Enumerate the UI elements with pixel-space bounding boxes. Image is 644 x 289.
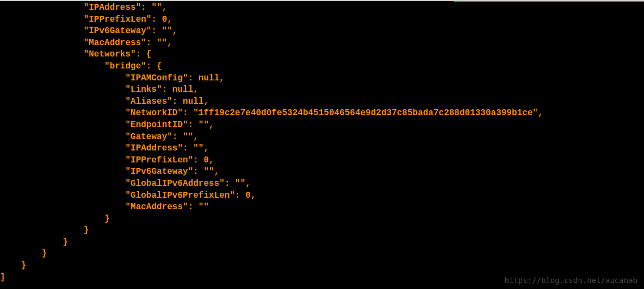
json-colon: : — [172, 97, 183, 106]
terminal-line: } — [0, 248, 644, 260]
json-trail: , — [251, 191, 256, 200]
json-key: "NetworkID" — [125, 108, 183, 118]
json-value: null — [172, 85, 193, 95]
json-key: "IPAddress" — [125, 143, 183, 153]
json-trail: , — [193, 85, 199, 95]
terminal-line: } — [0, 225, 644, 237]
json-key: "Networks" — [84, 49, 136, 59]
json-value: } — [42, 249, 47, 259]
json-colon: : — [151, 26, 162, 36]
json-trail: , — [209, 120, 214, 130]
terminal-line: "IPPrefixLen": 0, — [0, 155, 644, 167]
json-value: null — [183, 97, 203, 106]
json-trail: , — [203, 143, 209, 153]
json-key: "bridge" — [104, 61, 146, 71]
json-trail: , — [167, 38, 172, 48]
json-value: } — [104, 214, 110, 224]
json-value: 0 — [162, 15, 168, 24]
terminal-line: } — [0, 260, 644, 272]
json-value: "" — [162, 26, 172, 36]
terminal-line: "IPAMConfig": null, — [0, 73, 644, 85]
terminal-line: "IPv6Gateway": "", — [0, 166, 644, 178]
json-colon: : — [136, 49, 146, 59]
json-colon: : — [225, 179, 235, 189]
json-colon: : — [162, 85, 172, 95]
json-trail: , — [538, 108, 543, 118]
terminal-line: "IPv6Gateway": "", — [0, 26, 644, 37]
json-key: "IPAMConfig" — [125, 73, 188, 83]
terminal-output: "IPAddress": "", "IPPrefixLen": 0, "IPv6… — [0, 1, 644, 284]
json-trail: , — [193, 132, 199, 142]
json-value: "" — [157, 38, 167, 48]
json-key: "IPPrefixLen" — [84, 15, 152, 24]
json-key: "Aliases" — [125, 97, 172, 106]
terminal-line: "Links": null, — [0, 84, 644, 96]
json-value: } — [63, 237, 68, 247]
json-trail: , — [172, 26, 178, 36]
terminal-line: "MacAddress": "", — [0, 37, 644, 49]
terminal-line: "GlobalIPv6Address": "", — [0, 178, 644, 190]
terminal-line: "Aliases": null, — [0, 96, 644, 108]
json-value: "" — [193, 143, 203, 153]
terminal-line: "Networks": { — [0, 49, 644, 61]
json-value: ] — [0, 273, 5, 282]
json-key: "GlobalIPv6Address" — [125, 179, 224, 189]
json-value: } — [84, 225, 89, 235]
terminal-line: "NetworkID": "1ff19c2e7e40d0fe5324b45150… — [0, 108, 644, 120]
terminal-line: "Gateway": "", — [0, 131, 644, 143]
json-value: "" — [199, 202, 209, 212]
json-value: "" — [151, 3, 162, 12]
json-value: null — [199, 73, 219, 83]
json-value: 0 — [203, 155, 209, 165]
json-colon: : — [188, 120, 199, 130]
json-key: "Gateway" — [125, 132, 172, 142]
terminal-line: "IPAddress": "", — [0, 2, 644, 14]
json-value: "" — [203, 167, 214, 177]
json-trail: , — [219, 73, 225, 83]
json-trail: , — [167, 15, 172, 24]
json-colon: : — [188, 73, 199, 83]
json-value: "" — [199, 120, 209, 130]
json-key: "EndpointID" — [125, 120, 188, 130]
json-value: "1ff19c2e7e40d0fe5324b4515046564e9d2d37c… — [193, 108, 538, 118]
json-colon: : — [193, 167, 203, 177]
terminal-line: } — [0, 213, 644, 225]
json-trail: , — [203, 97, 209, 106]
json-colon: : — [183, 108, 193, 118]
json-value: } — [21, 261, 26, 271]
watermark-text: https://blog.csdn.net/aucanab — [505, 275, 637, 286]
json-trail: , — [162, 3, 168, 12]
json-trail: , — [245, 179, 251, 189]
json-value: "" — [183, 132, 193, 142]
json-key: "Links" — [125, 85, 162, 95]
json-value: 0 — [245, 191, 251, 200]
json-value: "" — [235, 179, 245, 189]
json-trail: , — [214, 167, 220, 177]
json-value: { — [157, 61, 162, 71]
json-colon: : — [172, 132, 183, 142]
json-key: "MacAddress" — [125, 202, 188, 212]
terminal-line: "MacAddress": "" — [0, 202, 644, 213]
terminal-line: "IPAddress": "", — [0, 143, 644, 155]
json-colon: : — [188, 202, 199, 212]
json-colon: : — [141, 3, 151, 12]
terminal-line: "IPPrefixLen": 0, — [0, 14, 644, 26]
top-accent-bar — [454, 1, 644, 2]
json-key: "MacAddress" — [84, 38, 146, 48]
json-trail: , — [209, 155, 214, 165]
json-colon: : — [146, 38, 157, 48]
terminal-line: "bridge": { — [0, 61, 644, 73]
json-colon: : — [235, 191, 245, 200]
terminal-line: } — [0, 237, 644, 249]
json-key: "IPv6Gateway" — [84, 26, 152, 36]
json-key: "IPv6Gateway" — [125, 167, 193, 177]
json-value: { — [146, 49, 152, 59]
json-key: "IPPrefixLen" — [125, 155, 193, 165]
json-colon: : — [183, 143, 193, 153]
json-colon: : — [146, 61, 157, 71]
json-colon: : — [151, 15, 162, 24]
json-colon: : — [193, 155, 203, 165]
terminal-line: "GlobalIPv6PrefixLen": 0, — [0, 190, 644, 202]
json-key: "IPAddress" — [84, 3, 141, 12]
terminal-line: "EndpointID": "", — [0, 120, 644, 131]
